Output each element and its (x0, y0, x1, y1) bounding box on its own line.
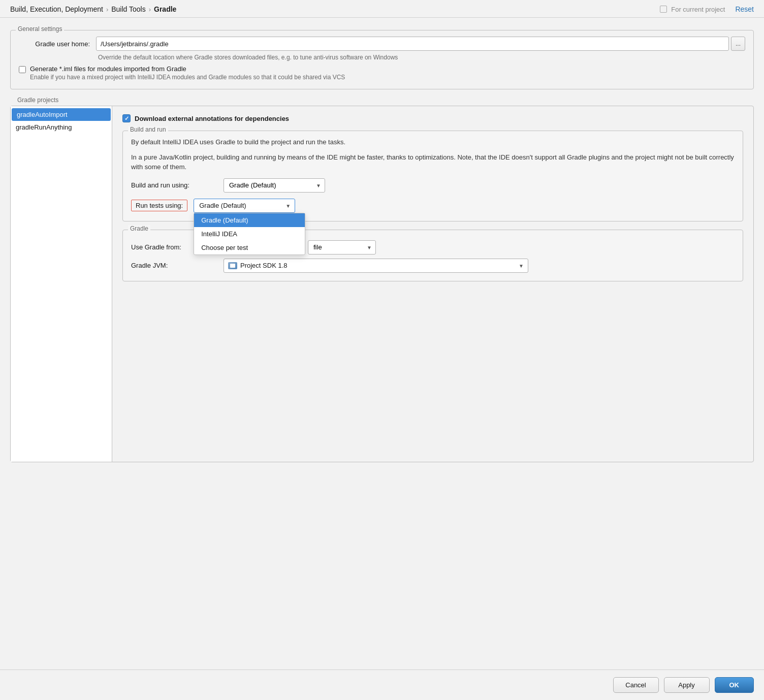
build-and-run-desc1: By default IntelliJ IDEA uses Gradle to … (131, 137, 735, 147)
build-run-dropdown-wrapper: Gradle (Default) IntelliJ IDEA Choose pe… (224, 178, 325, 193)
dropdown-item-2[interactable]: Choose per test (194, 241, 305, 254)
gradle-jvm-row: Gradle JVM: Project SDK 1.8 ▼ (131, 259, 735, 273)
build-run-using-row: Build and run using: Gradle (Default) In… (131, 178, 735, 193)
run-tests-dropdown-wrapper: Gradle (Default) ▼ Gradle (Default) Inte… (194, 199, 295, 213)
projects-list: gradleAutoImport gradleRunAnything (11, 106, 112, 462)
breadcrumb: Build, Execution, Deployment › Build Too… (10, 5, 176, 13)
gradle-projects-container: Gradle projects gradleAutoImport gradleR… (10, 102, 754, 462)
reset-button[interactable]: Reset (735, 5, 754, 13)
ok-button[interactable]: OK (715, 677, 754, 693)
iml-checkbox[interactable] (19, 66, 26, 73)
build-and-run-label: Build and run (128, 126, 168, 133)
gradle-user-home-browse-button[interactable]: ... (731, 37, 745, 51)
run-tests-label-wrapper: Run tests using: (131, 200, 187, 211)
gradle-user-home-hint: Override the default location where Grad… (98, 54, 745, 61)
iml-checkbox-labels: Generate *.iml files for modules importe… (30, 65, 345, 81)
build-run-using-label: Build and run using: (131, 181, 217, 189)
dropdown-item-1[interactable]: IntelliJ IDEA (194, 227, 305, 241)
project-item-1[interactable]: gradleRunAnything (11, 121, 112, 134)
main-content: General settings Gradle user home: ... O… (0, 18, 764, 670)
gradle-projects-section: gradleAutoImport gradleRunAnything Downl… (10, 106, 754, 462)
gradle-user-home-row: Gradle user home: ... (19, 37, 745, 51)
dropdown-item-0[interactable]: Gradle (Default) (194, 213, 305, 227)
project-item-0[interactable]: gradleAutoImport (12, 108, 111, 121)
build-and-run-desc2: In a pure Java/Kotlin project, building … (131, 152, 735, 172)
breadcrumb-sep1: › (106, 6, 108, 13)
gradle-section-label: Gradle (128, 225, 150, 232)
gradle-projects-label: Gradle projects (15, 97, 60, 104)
breadcrumb-part3: Gradle (154, 5, 176, 13)
project-settings-panel: Download external annotations for depend… (112, 106, 753, 462)
build-and-run-section: Build and run By default IntelliJ IDEA u… (122, 131, 743, 221)
gradle-from-type-wrapper: file wrapper local installation ▼ (308, 240, 376, 254)
breadcrumb-part1: Build, Execution, Deployment (10, 5, 103, 13)
footer: Cancel Apply OK (0, 670, 764, 700)
run-tests-using-label: Run tests using: (136, 202, 183, 209)
gradle-from-type-dropdown[interactable]: file wrapper local installation (308, 240, 376, 254)
download-annotations-checkbox[interactable] (122, 114, 131, 122)
gradle-jvm-wrapper: Project SDK 1.8 ▼ (224, 259, 528, 273)
for-current-project: For current project (660, 6, 725, 13)
run-tests-arrow-icon: ▼ (285, 203, 291, 208)
header: Build, Execution, Deployment › Build Too… (0, 0, 764, 18)
gradle-jvm-label: Gradle JVM: (131, 262, 217, 269)
apply-button[interactable]: Apply (664, 677, 710, 693)
run-tests-dropdown-display[interactable]: Gradle (Default) ▼ (194, 199, 295, 213)
breadcrumb-part2: Build Tools (111, 5, 145, 13)
run-tests-dropdown-menu: Gradle (Default) IntelliJ IDEA Choose pe… (194, 213, 305, 255)
build-run-dropdown[interactable]: Gradle (Default) IntelliJ IDEA Choose pe… (224, 178, 325, 193)
iml-checkbox-row: Generate *.iml files for modules importe… (19, 65, 745, 81)
jvm-sdk-icon (228, 262, 237, 269)
general-settings-label: General settings (16, 25, 64, 33)
iml-checkbox-main-label: Generate *.iml files for modules importe… (30, 65, 345, 73)
gradle-user-home-label: Gradle user home: (19, 40, 90, 48)
general-settings-section: General settings Gradle user home: ... O… (10, 30, 754, 89)
header-right: For current project Reset (660, 5, 754, 13)
cancel-button[interactable]: Cancel (613, 677, 659, 693)
download-annotations-row: Download external annotations for depend… (122, 114, 743, 122)
gradle-jvm-dropdown[interactable]: Project SDK 1.8 ▼ (224, 259, 528, 273)
breadcrumb-sep2: › (149, 6, 151, 13)
iml-checkbox-hint: Enable if you have a mixed project with … (30, 74, 345, 81)
gradle-jvm-arrow-icon: ▼ (519, 263, 524, 268)
gradle-user-home-input[interactable] (96, 37, 729, 51)
gradle-user-home-input-wrapper: ... (96, 37, 745, 51)
run-tests-using-row: Run tests using: Gradle (Default) ▼ Grad… (131, 199, 735, 213)
download-annotations-label: Download external annotations for depend… (135, 115, 289, 122)
